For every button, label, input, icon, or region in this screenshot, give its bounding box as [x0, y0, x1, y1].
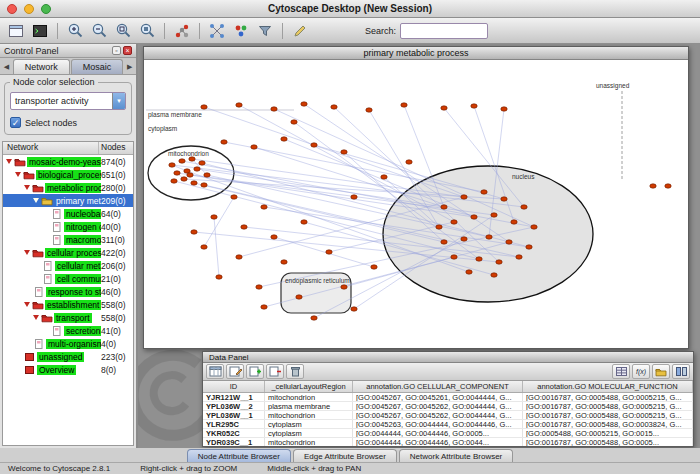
annotation-icon[interactable] — [289, 21, 311, 41]
graph-node[interactable] — [441, 106, 447, 110]
network-view-title[interactable]: primary metabolic process — [144, 47, 688, 60]
graph-node[interactable] — [351, 195, 357, 199]
tree-row[interactable]: secretion41(0) — [3, 324, 133, 337]
graph-node[interactable] — [461, 195, 467, 199]
graph-node[interactable] — [236, 255, 242, 259]
graph-node[interactable] — [521, 205, 527, 209]
table-cell[interactable]: YDR039C__1 — [203, 438, 265, 446]
float-panel-icon[interactable]: ▫ — [112, 46, 121, 55]
dropdown-arrow-icon[interactable]: ▼ — [112, 93, 125, 109]
graph-node[interactable] — [221, 140, 227, 144]
table-cell[interactable]: YPL036W__2 — [203, 402, 265, 410]
table-cell[interactable]: [GO:0045267, GO:0045262, GO:0044444, G..… — [353, 411, 523, 419]
import-table-icon[interactable] — [652, 364, 670, 379]
graph-node[interactable] — [486, 235, 492, 239]
data-panel-title[interactable]: Data Panel — [203, 352, 693, 363]
graph-node[interactable] — [331, 105, 337, 109]
formula-icon[interactable]: f(x) — [632, 364, 650, 379]
network-view-window[interactable]: primary metabolic process plasma membran… — [143, 46, 689, 349]
tree-row[interactable]: biological_process651(0) — [3, 168, 133, 181]
table-row[interactable]: YPL036W__2plasma membrane[GO:0045267, GO… — [203, 402, 693, 411]
graph-node[interactable] — [216, 275, 222, 279]
graph-node[interactable] — [281, 260, 287, 264]
graph-node[interactable] — [526, 245, 532, 249]
graph-node[interactable] — [201, 245, 207, 249]
tree-row[interactable]: cell communica21(0) — [3, 272, 133, 285]
table-cell[interactable]: cytoplasm — [265, 429, 353, 437]
network-view-canvas[interactable]: plasma membranecytoplasmmitochondrionnuc… — [144, 60, 688, 348]
select-columns-icon[interactable] — [206, 364, 224, 379]
graph-node[interactable] — [531, 225, 537, 229]
graph-node[interactable] — [211, 215, 217, 219]
zoom-fit-icon[interactable] — [136, 21, 158, 41]
graph-node[interactable] — [451, 255, 457, 259]
graph-node[interactable] — [171, 179, 177, 183]
graph-node[interactable] — [281, 137, 287, 141]
graph-node[interactable] — [201, 183, 207, 187]
graph-node[interactable] — [650, 184, 656, 188]
tree-row[interactable]: unassigned223(0) — [3, 350, 133, 363]
graph-node[interactable] — [261, 305, 267, 309]
graph-node[interactable] — [169, 163, 175, 167]
table-cell[interactable]: cytoplasm — [265, 420, 353, 428]
tab-node-attribute-browser[interactable]: Node Attribute Browser — [187, 449, 291, 462]
table-cell[interactable]: [GO:0016787, GO:0005488, GO:0005... — [523, 438, 693, 446]
graph-node[interactable] — [506, 240, 512, 244]
graph-node[interactable] — [204, 173, 210, 177]
new-column-icon[interactable] — [246, 364, 264, 379]
console-icon[interactable] — [29, 21, 51, 41]
graph-node[interactable] — [381, 175, 387, 179]
tree-row[interactable]: cellular process422(0) — [3, 246, 133, 259]
tree-row[interactable]: mosaic-demo-yeast874(0) — [3, 155, 133, 168]
expand-arrow-icon[interactable] — [24, 185, 30, 190]
table-column-header[interactable]: annotation.GO MOLECULAR_FUNCTION — [523, 381, 693, 392]
graph-node[interactable] — [401, 103, 407, 107]
table-row[interactable]: YDR039C__1mitochondrion[GO:0044444, GO:0… — [203, 438, 693, 446]
search-combo[interactable]: ▼ — [400, 23, 488, 39]
expand-arrow-icon[interactable] — [33, 198, 39, 203]
graph-node[interactable] — [236, 103, 242, 107]
delete-column-icon[interactable] — [266, 364, 284, 379]
tab-mosaic[interactable]: Mosaic — [71, 59, 124, 74]
tab-network-attribute-browser[interactable]: Network Attribute Browser — [399, 449, 513, 462]
scroll-tabs-right-icon[interactable]: ▶ — [124, 60, 135, 74]
graph-node[interactable] — [341, 150, 347, 154]
map-columns-icon[interactable] — [672, 364, 690, 379]
graph-node[interactable] — [501, 197, 507, 201]
first-neighbors-icon[interactable] — [171, 21, 193, 41]
table-cell[interactable]: [GO:0045267, GO:0045261, GO:0044444, G..… — [353, 393, 523, 401]
tree-row[interactable]: multi-organism pro4(0) — [3, 337, 133, 350]
zoom-selected-icon[interactable] — [112, 21, 134, 41]
table-column-header[interactable]: _cellularLayoutRegion — [265, 381, 353, 392]
graph-node[interactable] — [511, 220, 517, 224]
tab-edge-attribute-browser[interactable]: Edge Attribute Browser — [293, 449, 397, 462]
close-panel-icon[interactable]: × — [123, 46, 132, 55]
graph-node[interactable] — [341, 285, 347, 289]
graph-node[interactable] — [271, 235, 277, 239]
tree-row[interactable]: Overview8(0) — [3, 363, 133, 376]
tree-row[interactable]: cellular metabo206(0) — [3, 259, 133, 272]
graph-node[interactable] — [461, 237, 467, 241]
graph-node[interactable] — [261, 205, 267, 209]
table-cell[interactable]: plasma membrane — [265, 402, 353, 410]
graph-node[interactable] — [191, 230, 197, 234]
graph-node[interactable] — [187, 173, 193, 177]
table-row[interactable]: YLR295Ccytoplasm[GO:0045263, GO:0044444,… — [203, 420, 693, 429]
graph-node[interactable] — [181, 177, 187, 181]
table-cell[interactable]: [GO:0016787, GO:0005488, GO:0005215, G..… — [523, 402, 693, 410]
graph-node[interactable] — [406, 160, 412, 164]
graph-node[interactable] — [466, 270, 472, 274]
table-cell[interactable]: mitochondrion — [265, 411, 353, 419]
graph-node[interactable] — [256, 285, 262, 289]
matrix-icon[interactable] — [612, 364, 630, 379]
graph-node[interactable] — [301, 102, 307, 106]
graph-node[interactable] — [326, 250, 332, 254]
tree-row[interactable]: primary metabo209(0) — [3, 194, 133, 207]
tree-row[interactable]: metabolic process280(0) — [3, 181, 133, 194]
graph-node[interactable] — [516, 255, 522, 259]
layout-icon[interactable] — [206, 21, 228, 41]
table-cell[interactable]: [GO:0016787, GO:0005488, GO:0003824, G..… — [523, 420, 693, 428]
tree-row[interactable]: nitrogen compo40(0) — [3, 220, 133, 233]
graph-node[interactable] — [481, 190, 487, 194]
table-cell[interactable]: YPL036W__1 — [203, 411, 265, 419]
